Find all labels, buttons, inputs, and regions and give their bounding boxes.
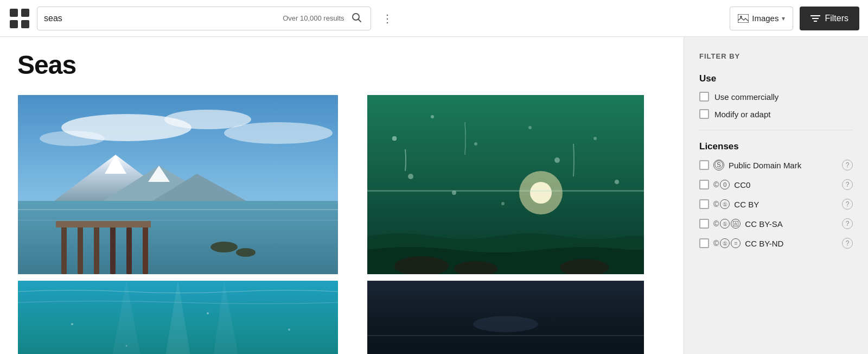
svg-rect-29 xyxy=(143,225,148,274)
ccby-help-icon[interactable]: ? xyxy=(842,199,853,210)
modify-adapt-label: Modify or adapt xyxy=(714,110,770,119)
result-count: Over 10,000 results xyxy=(283,14,344,22)
logo[interactable] xyxy=(9,8,30,29)
svg-point-40 xyxy=(474,142,477,146)
search-bar: Over 10,000 results xyxy=(37,7,371,30)
ccby-checkbox[interactable] xyxy=(699,199,709,209)
svg-rect-0 xyxy=(10,9,18,17)
content-area: Seas xyxy=(0,37,684,354)
cc0-icons: © 0 xyxy=(713,180,730,189)
svg-point-44 xyxy=(593,137,597,140)
svg-point-14 xyxy=(224,122,333,144)
ccbynd-help-icon[interactable]: ? xyxy=(842,238,853,249)
image-1 xyxy=(17,95,339,274)
media-type-selector[interactable]: Images ▾ xyxy=(730,7,793,30)
svg-point-41 xyxy=(452,191,456,195)
svg-rect-36 xyxy=(367,190,644,192)
svg-point-35 xyxy=(530,182,552,204)
pdm-checkbox[interactable] xyxy=(699,160,709,170)
svg-point-58 xyxy=(288,328,290,331)
svg-point-54 xyxy=(71,323,73,325)
svg-point-55 xyxy=(126,345,127,347)
license-ccbysa[interactable]: © ① 🄰 CC BY-SA ? xyxy=(699,218,853,229)
search-button[interactable] xyxy=(349,10,364,27)
image-3 xyxy=(17,281,339,354)
images-icon xyxy=(738,14,749,23)
filter-divider xyxy=(699,130,853,130)
ccby-by-icon: ① xyxy=(720,199,730,209)
image-cell-2[interactable] xyxy=(345,95,666,274)
svg-rect-22 xyxy=(18,209,338,210)
ccby-cc-icon: © xyxy=(713,200,719,208)
modify-adapt-checkbox[interactable] xyxy=(699,109,709,119)
ccby-icons: © ① xyxy=(713,199,730,209)
media-type-label: Images xyxy=(752,14,778,23)
image-4 xyxy=(345,281,666,354)
svg-point-39 xyxy=(408,174,413,179)
licenses-section-title: Licenses xyxy=(699,141,853,152)
ccbynd-icons: © ① = xyxy=(713,238,741,248)
header: Over 10,000 results ⋮ Images ▾ Filters xyxy=(0,0,868,37)
filters-label: Filters xyxy=(825,14,848,23)
image-cell-1[interactable] xyxy=(17,95,339,274)
license-cc0[interactable]: © 0 CC0 ? xyxy=(699,179,853,190)
use-section-title: Use xyxy=(699,73,853,84)
ccbysa-by-icon: ① xyxy=(720,219,730,229)
license-ccbynd[interactable]: © ① = CC BY-ND ? xyxy=(699,238,853,249)
svg-point-64 xyxy=(473,316,538,332)
use-commercially-checkbox[interactable] xyxy=(699,92,709,102)
ccbynd-nd-icon: = xyxy=(731,238,741,248)
svg-point-43 xyxy=(554,157,560,163)
ccbysa-cc-icon: © xyxy=(713,219,719,228)
filter-by-label: FILTER BY xyxy=(699,52,853,60)
svg-rect-27 xyxy=(110,224,116,274)
filter-modify-adapt[interactable]: Modify or adapt xyxy=(699,109,853,119)
main-layout: Seas xyxy=(0,37,868,354)
svg-point-32 xyxy=(236,248,256,257)
svg-rect-30 xyxy=(56,221,151,227)
ccbysa-sa-icon: 🄰 xyxy=(731,219,741,229)
use-commercially-label: Use commercially xyxy=(714,92,778,102)
cc0-help-icon[interactable]: ? xyxy=(842,179,853,190)
ccbysa-checkbox[interactable] xyxy=(699,219,709,229)
svg-point-46 xyxy=(501,202,505,205)
svg-rect-1 xyxy=(10,20,18,28)
pdm-icon: Ⓢ xyxy=(713,160,724,170)
svg-point-31 xyxy=(210,242,238,252)
sidebar: FILTER BY Use Use commercially Modify or… xyxy=(684,37,868,354)
cc0-checkbox[interactable] xyxy=(699,180,709,189)
filters-icon xyxy=(810,14,820,23)
ccbynd-by-icon: ① xyxy=(720,238,730,248)
filters-button[interactable]: Filters xyxy=(800,7,859,30)
ccbysa-help-icon[interactable]: ? xyxy=(842,218,853,229)
pdm-help-icon[interactable]: ? xyxy=(842,160,853,170)
ccbynd-label: CC BY-ND xyxy=(745,239,838,248)
image-cell-4[interactable] xyxy=(345,281,666,354)
cc0-zero-icon: 0 xyxy=(720,180,730,189)
image-cell-3[interactable] xyxy=(17,281,339,354)
svg-rect-26 xyxy=(94,226,99,274)
filter-use-commercially[interactable]: Use commercially xyxy=(699,92,853,102)
chevron-down-icon: ▾ xyxy=(782,15,785,22)
svg-point-56 xyxy=(207,312,209,314)
license-ccby[interactable]: © ① CC BY ? xyxy=(699,199,853,210)
svg-point-42 xyxy=(528,126,532,129)
ccbynd-checkbox[interactable] xyxy=(699,238,709,248)
svg-line-5 xyxy=(358,20,361,22)
ccbynd-cc-icon: © xyxy=(713,239,719,248)
license-pdm[interactable]: Ⓢ Public Domain Mark ? xyxy=(699,160,853,170)
pdm-icons: Ⓢ xyxy=(713,160,724,170)
ccbysa-icons: © ① 🄰 xyxy=(713,219,741,229)
image-grid xyxy=(17,95,666,354)
svg-point-37 xyxy=(392,136,397,141)
svg-point-45 xyxy=(615,180,619,184)
pdm-label: Public Domain Mark xyxy=(729,161,838,170)
search-input[interactable] xyxy=(44,14,278,23)
more-options-button[interactable]: ⋮ xyxy=(378,9,397,28)
svg-rect-6 xyxy=(738,14,749,23)
cc0-label: CC0 xyxy=(734,180,838,189)
more-options-icon: ⋮ xyxy=(382,12,393,24)
page-title: Seas xyxy=(17,50,666,80)
svg-point-15 xyxy=(40,131,105,146)
svg-rect-25 xyxy=(78,223,83,274)
